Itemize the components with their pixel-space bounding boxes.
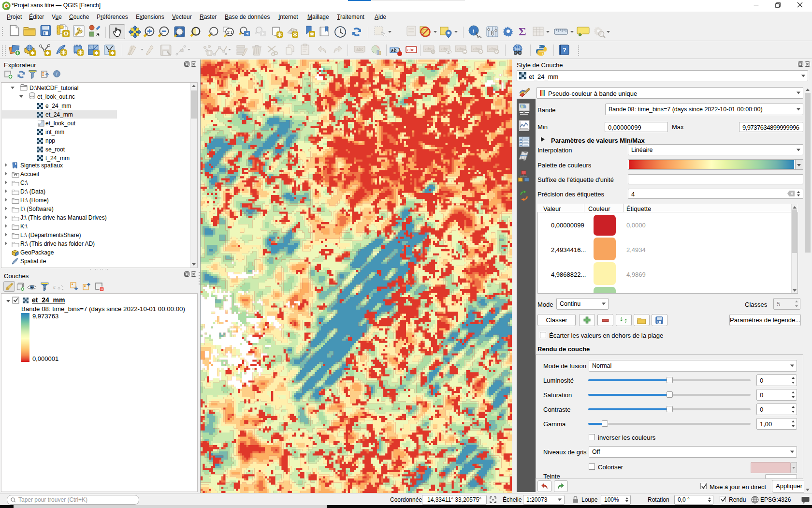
svg-text:ε: ε: [53, 283, 56, 290]
svg-text:i: i: [473, 27, 475, 34]
svg-text:a: a: [96, 30, 100, 37]
svg-text:H:\ (Home): H:\ (Home): [20, 197, 49, 204]
svg-text:npp: npp: [45, 137, 55, 144]
svg-text:et_look_out: et_look_out: [45, 120, 76, 127]
svg-text:Signets spatiaux: Signets spatiaux: [20, 162, 63, 169]
svg-text:R:\ (This drive has folder AD): R:\ (This drive has folder AD): [20, 240, 95, 247]
svg-text:Σ: Σ: [519, 25, 526, 38]
svg-text:e_24_mm: e_24_mm: [45, 103, 71, 109]
svg-text:Bande 08: time_bins=7 (days si: Bande 08: time_bins=7 (days since 2022-1…: [21, 305, 185, 313]
svg-text:9,973763: 9,973763: [32, 313, 58, 320]
svg-text:ab: ab: [391, 48, 397, 53]
svg-text:GeoPackage: GeoPackage: [20, 249, 54, 256]
svg-text:et_24_mm: et_24_mm: [45, 111, 73, 118]
svg-text:C:\: C:\: [20, 179, 28, 186]
svg-text:t_24_mm: t_24_mm: [45, 155, 70, 162]
svg-text:et_look_out.nc: et_look_out.nc: [37, 93, 75, 100]
svg-text:D:\ (Data): D:\ (Data): [20, 188, 45, 195]
svg-text:int_mm: int_mm: [45, 129, 64, 135]
svg-text:J:\ (This drive has Manual Dri: J:\ (This drive has Manual Drives): [20, 214, 107, 221]
svg-text:Accueil: Accueil: [20, 171, 39, 178]
svg-text:1:1: 1:1: [227, 30, 233, 35]
svg-text:?: ?: [563, 46, 566, 54]
svg-text:se_root: se_root: [45, 146, 65, 153]
svg-text:0,000001: 0,000001: [32, 355, 58, 362]
svg-text:K:\: K:\: [20, 223, 28, 230]
svg-text:L:\ (DepartmentsShare): L:\ (DepartmentsShare): [20, 232, 81, 239]
svg-text:abc: abc: [407, 47, 415, 52]
svg-text:et_24_mm: et_24_mm: [32, 296, 65, 304]
svg-text:I:\ (Software): I:\ (Software): [20, 206, 54, 212]
svg-text:SpatiaLite: SpatiaLite: [20, 258, 46, 265]
svg-text:D:\NetCDF_tutorial: D:\NetCDF_tutorial: [29, 85, 78, 91]
